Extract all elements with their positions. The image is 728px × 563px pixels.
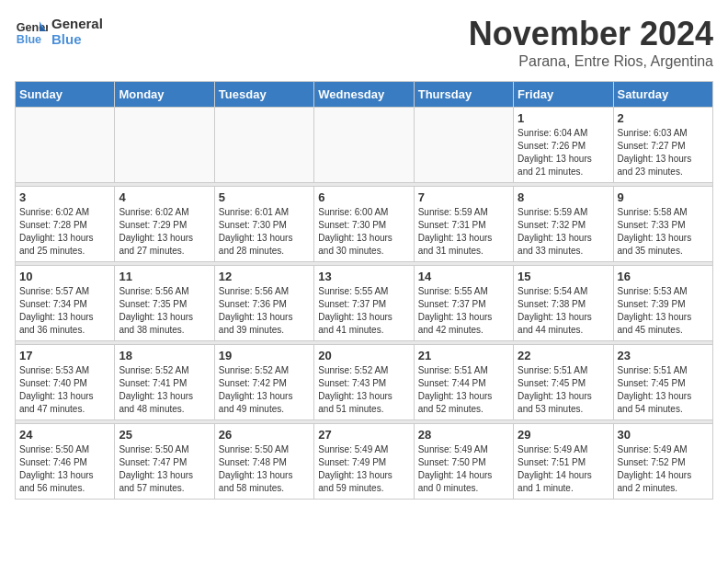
day-number: 24 <box>19 428 110 442</box>
calendar-cell: 25Sunrise: 5:50 AM Sunset: 7:47 PM Dayli… <box>115 424 214 500</box>
day-info: Sunrise: 5:50 AM Sunset: 7:47 PM Dayligh… <box>119 443 210 495</box>
calendar-week-row: 3Sunrise: 6:02 AM Sunset: 7:28 PM Daylig… <box>16 187 713 262</box>
day-number: 11 <box>119 270 210 283</box>
weekday-header-wednesday: Wednesday <box>314 82 414 108</box>
day-number: 17 <box>19 349 110 362</box>
day-number: 30 <box>618 428 709 442</box>
calendar-cell <box>214 108 313 183</box>
day-info: Sunrise: 5:56 AM Sunset: 7:35 PM Dayligh… <box>119 285 210 337</box>
day-number: 27 <box>318 428 409 442</box>
day-info: Sunrise: 5:56 AM Sunset: 7:36 PM Dayligh… <box>219 285 310 337</box>
weekday-header-row: SundayMondayTuesdayWednesdayThursdayFrid… <box>16 82 713 108</box>
day-number: 12 <box>219 270 310 283</box>
calendar-cell: 19Sunrise: 5:52 AM Sunset: 7:42 PM Dayli… <box>214 345 313 420</box>
day-info: Sunrise: 5:57 AM Sunset: 7:34 PM Dayligh… <box>19 285 110 337</box>
location-title: Parana, Entre Rios, Argentina <box>469 53 713 70</box>
logo-text-blue: Blue <box>51 31 103 47</box>
calendar-cell: 1Sunrise: 6:04 AM Sunset: 7:26 PM Daylig… <box>514 108 613 183</box>
calendar-cell <box>314 108 414 183</box>
day-number: 19 <box>219 349 310 362</box>
weekday-header-friday: Friday <box>514 82 613 108</box>
day-number: 23 <box>618 349 709 362</box>
calendar-cell: 5Sunrise: 6:01 AM Sunset: 7:30 PM Daylig… <box>214 187 313 262</box>
calendar-cell: 15Sunrise: 5:54 AM Sunset: 7:38 PM Dayli… <box>514 266 613 341</box>
day-info: Sunrise: 6:00 AM Sunset: 7:30 PM Dayligh… <box>318 206 409 258</box>
day-number: 20 <box>318 349 409 362</box>
calendar-cell: 9Sunrise: 5:58 AM Sunset: 7:33 PM Daylig… <box>613 187 712 262</box>
day-number: 25 <box>119 428 210 442</box>
day-number: 13 <box>318 270 409 283</box>
calendar-cell: 3Sunrise: 6:02 AM Sunset: 7:28 PM Daylig… <box>16 187 115 262</box>
calendar-cell: 27Sunrise: 5:49 AM Sunset: 7:49 PM Dayli… <box>314 424 414 500</box>
calendar-week-row: 1Sunrise: 6:04 AM Sunset: 7:26 PM Daylig… <box>16 108 713 183</box>
weekday-header-thursday: Thursday <box>414 82 513 108</box>
calendar-cell <box>414 108 513 183</box>
day-number: 28 <box>418 428 509 442</box>
day-number: 29 <box>518 428 609 442</box>
day-info: Sunrise: 5:58 AM Sunset: 7:33 PM Dayligh… <box>618 206 709 258</box>
calendar-cell <box>16 108 115 183</box>
day-info: Sunrise: 6:03 AM Sunset: 7:27 PM Dayligh… <box>618 127 709 178</box>
day-number: 9 <box>618 190 709 204</box>
day-info: Sunrise: 6:01 AM Sunset: 7:30 PM Dayligh… <box>219 206 310 258</box>
day-info: Sunrise: 5:53 AM Sunset: 7:40 PM Dayligh… <box>19 364 110 416</box>
calendar-cell: 18Sunrise: 5:52 AM Sunset: 7:41 PM Dayli… <box>115 345 214 420</box>
calendar-cell: 11Sunrise: 5:56 AM Sunset: 7:35 PM Dayli… <box>115 266 214 341</box>
svg-text:Blue: Blue <box>17 33 41 46</box>
day-number: 1 <box>518 111 609 125</box>
calendar-week-row: 24Sunrise: 5:50 AM Sunset: 7:46 PM Dayli… <box>16 424 713 500</box>
calendar-cell: 8Sunrise: 5:59 AM Sunset: 7:32 PM Daylig… <box>514 187 613 262</box>
day-info: Sunrise: 5:59 AM Sunset: 7:32 PM Dayligh… <box>518 206 609 258</box>
day-info: Sunrise: 5:51 AM Sunset: 7:44 PM Dayligh… <box>418 364 509 416</box>
day-info: Sunrise: 6:04 AM Sunset: 7:26 PM Dayligh… <box>518 127 609 178</box>
calendar-week-row: 17Sunrise: 5:53 AM Sunset: 7:40 PM Dayli… <box>16 345 713 420</box>
calendar-week-row: 10Sunrise: 5:57 AM Sunset: 7:34 PM Dayli… <box>16 266 713 341</box>
day-info: Sunrise: 5:55 AM Sunset: 7:37 PM Dayligh… <box>418 285 509 337</box>
logo: General Blue General Blue <box>15 15 103 48</box>
day-number: 21 <box>418 349 509 362</box>
day-number: 22 <box>518 349 609 362</box>
day-info: Sunrise: 5:55 AM Sunset: 7:37 PM Dayligh… <box>318 285 409 337</box>
day-number: 3 <box>19 190 110 204</box>
day-number: 10 <box>19 270 110 283</box>
day-number: 18 <box>119 349 210 362</box>
weekday-header-tuesday: Tuesday <box>214 82 313 108</box>
calendar-cell: 7Sunrise: 5:59 AM Sunset: 7:31 PM Daylig… <box>414 187 513 262</box>
calendar-cell: 28Sunrise: 5:49 AM Sunset: 7:50 PM Dayli… <box>414 424 513 500</box>
day-number: 8 <box>518 190 609 204</box>
day-number: 6 <box>318 190 409 204</box>
calendar-cell: 10Sunrise: 5:57 AM Sunset: 7:34 PM Dayli… <box>16 266 115 341</box>
logo-text-general: General <box>51 16 103 31</box>
calendar-cell: 20Sunrise: 5:52 AM Sunset: 7:43 PM Dayli… <box>314 345 414 420</box>
day-info: Sunrise: 5:51 AM Sunset: 7:45 PM Dayligh… <box>618 364 709 416</box>
day-info: Sunrise: 5:53 AM Sunset: 7:39 PM Dayligh… <box>618 285 709 337</box>
day-info: Sunrise: 5:49 AM Sunset: 7:50 PM Dayligh… <box>418 443 509 495</box>
calendar-cell: 24Sunrise: 5:50 AM Sunset: 7:46 PM Dayli… <box>16 424 115 500</box>
weekday-header-saturday: Saturday <box>613 82 712 108</box>
calendar-cell: 22Sunrise: 5:51 AM Sunset: 7:45 PM Dayli… <box>514 345 613 420</box>
calendar-cell: 16Sunrise: 5:53 AM Sunset: 7:39 PM Dayli… <box>613 266 712 341</box>
calendar-cell: 2Sunrise: 6:03 AM Sunset: 7:27 PM Daylig… <box>613 108 712 183</box>
day-number: 15 <box>518 270 609 283</box>
day-number: 4 <box>119 190 210 204</box>
logo-icon: General Blue <box>15 15 48 48</box>
calendar-cell <box>115 108 214 183</box>
calendar-cell: 30Sunrise: 5:49 AM Sunset: 7:52 PM Dayli… <box>613 424 712 500</box>
day-number: 7 <box>418 190 509 204</box>
day-number: 5 <box>219 190 310 204</box>
calendar-cell: 12Sunrise: 5:56 AM Sunset: 7:36 PM Dayli… <box>214 266 313 341</box>
day-info: Sunrise: 5:59 AM Sunset: 7:31 PM Dayligh… <box>418 206 509 258</box>
day-info: Sunrise: 5:50 AM Sunset: 7:46 PM Dayligh… <box>19 443 110 495</box>
calendar-cell: 14Sunrise: 5:55 AM Sunset: 7:37 PM Dayli… <box>414 266 513 341</box>
weekday-header-monday: Monday <box>115 82 214 108</box>
calendar-cell: 21Sunrise: 5:51 AM Sunset: 7:44 PM Dayli… <box>414 345 513 420</box>
calendar-cell: 23Sunrise: 5:51 AM Sunset: 7:45 PM Dayli… <box>613 345 712 420</box>
calendar-table: SundayMondayTuesdayWednesdayThursdayFrid… <box>15 81 713 500</box>
day-info: Sunrise: 5:52 AM Sunset: 7:41 PM Dayligh… <box>119 364 210 416</box>
page-header: General Blue General Blue November 2024 … <box>15 15 713 70</box>
day-number: 26 <box>219 428 310 442</box>
calendar-cell: 6Sunrise: 6:00 AM Sunset: 7:30 PM Daylig… <box>314 187 414 262</box>
month-title: November 2024 <box>469 15 713 53</box>
day-info: Sunrise: 5:51 AM Sunset: 7:45 PM Dayligh… <box>518 364 609 416</box>
day-number: 16 <box>618 270 709 283</box>
